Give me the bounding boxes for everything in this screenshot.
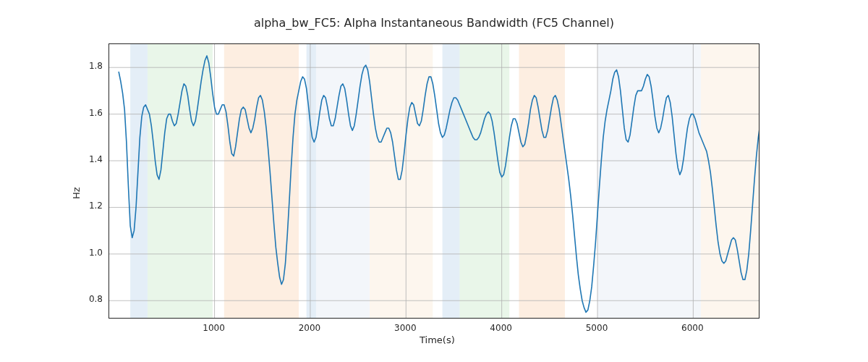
band [443, 44, 460, 319]
band [148, 44, 213, 319]
xtick-label: 2000 [299, 323, 321, 333]
xtick-label: 5000 [586, 323, 608, 333]
band [597, 44, 701, 319]
xtick-label: 1000 [203, 323, 225, 333]
chart-title: alpha_bw_FC5: Alpha Instantaneous Bandwi… [0, 16, 868, 30]
x-axis-label: Time(s) [420, 334, 455, 345]
xtick-label: 4000 [490, 323, 512, 333]
band [224, 44, 299, 319]
band [130, 44, 148, 319]
band [701, 44, 760, 319]
y-axis-label: Hz [71, 187, 82, 199]
band [370, 44, 433, 319]
plot-svg [109, 44, 760, 319]
band [519, 44, 565, 319]
background-bands [130, 44, 760, 319]
plot-area [109, 43, 760, 319]
xtick-label: 6000 [681, 323, 704, 333]
ytick-label: 1.6 [74, 108, 103, 118]
ytick-label: 1.4 [74, 154, 103, 164]
xtick-label: 3000 [394, 323, 417, 333]
figure: alpha_bw_FC5: Alpha Instantaneous Bandwi… [0, 0, 868, 362]
ytick-label: 0.8 [74, 294, 103, 304]
band [307, 44, 316, 319]
ytick-label: 1.2 [74, 201, 103, 211]
ytick-label: 1.8 [74, 61, 103, 71]
ytick-label: 1.0 [74, 248, 103, 258]
